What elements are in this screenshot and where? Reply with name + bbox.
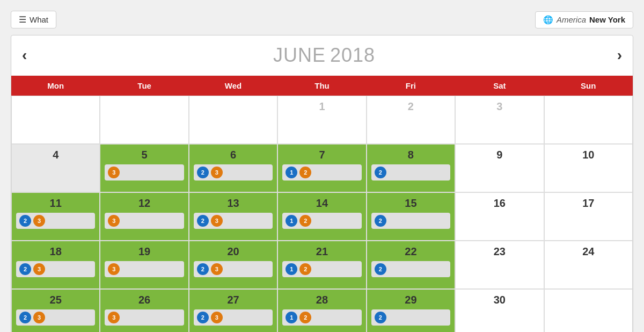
calendar-cell[interactable] bbox=[544, 96, 633, 144]
day-number: 13 bbox=[194, 197, 273, 210]
badge-blue: 2 bbox=[19, 263, 31, 275]
badge-blue: 2 bbox=[197, 215, 209, 227]
badge-row: 2 bbox=[371, 309, 450, 326]
badge-row: 3 bbox=[105, 261, 184, 277]
calendar-cell[interactable]: 30 bbox=[455, 289, 544, 332]
timezone-region: America bbox=[557, 15, 586, 24]
day-header: Wed bbox=[189, 76, 277, 96]
day-number: 18 bbox=[16, 246, 95, 258]
calendar-cell[interactable]: 16 bbox=[455, 192, 544, 241]
calendar-cell[interactable]: 1123 bbox=[11, 192, 100, 241]
badge-blue: 2 bbox=[19, 215, 31, 227]
badge-row: 23 bbox=[16, 213, 95, 229]
calendar-cell[interactable]: 2723 bbox=[189, 289, 277, 332]
day-number: 19 bbox=[105, 246, 184, 258]
calendar-cell[interactable]: 17 bbox=[544, 192, 633, 241]
calendar-cell[interactable]: 2812 bbox=[277, 289, 366, 332]
calendar-cell[interactable]: 1 bbox=[277, 96, 366, 144]
day-number: 24 bbox=[549, 246, 628, 258]
next-month-button[interactable]: › bbox=[617, 48, 622, 63]
what-label: What bbox=[30, 15, 48, 24]
day-number: 3 bbox=[460, 100, 539, 113]
day-number: 7 bbox=[282, 149, 361, 161]
day-number: 16 bbox=[460, 197, 539, 210]
calendar-cell[interactable]: 23 bbox=[455, 241, 544, 289]
calendar-cell[interactable]: 2112 bbox=[277, 241, 366, 289]
calendar-cell[interactable]: 1323 bbox=[189, 192, 277, 241]
badge-row: 12 bbox=[282, 164, 361, 181]
prev-month-button[interactable]: ‹ bbox=[22, 48, 27, 63]
list-icon: ☰ bbox=[19, 15, 26, 25]
badge-orange: 2 bbox=[299, 263, 311, 275]
calendar-cell[interactable]: 10 bbox=[544, 144, 633, 192]
calendar-cell[interactable] bbox=[11, 96, 100, 144]
badge-blue: 1 bbox=[286, 167, 297, 178]
month-title: JUNE2018 bbox=[269, 44, 375, 67]
badge-blue: 2 bbox=[19, 312, 31, 323]
calendar-cell[interactable]: 1412 bbox=[277, 192, 366, 241]
day-number: 20 bbox=[194, 246, 273, 258]
badge-orange: 3 bbox=[108, 312, 120, 323]
day-number: 2 bbox=[371, 100, 450, 113]
calendar-cell[interactable]: 2523 bbox=[11, 289, 100, 332]
calendar-cell[interactable]: 193 bbox=[100, 241, 188, 289]
badge-blue: 2 bbox=[375, 263, 386, 275]
year: 2018 bbox=[330, 44, 375, 66]
day-number: 12 bbox=[105, 197, 184, 210]
calendar-cell[interactable]: 3 bbox=[455, 96, 544, 144]
calendar-cell[interactable]: 24 bbox=[544, 241, 633, 289]
day-number: 14 bbox=[282, 197, 361, 210]
badge-row: 23 bbox=[194, 164, 273, 181]
calendar-cell[interactable]: 152 bbox=[367, 192, 455, 241]
calendar-cell[interactable]: 623 bbox=[189, 144, 277, 192]
badge-orange: 3 bbox=[108, 263, 120, 275]
calendar-cell[interactable]: 82 bbox=[367, 144, 455, 192]
badge-orange: 3 bbox=[211, 312, 223, 323]
badge-row: 2 bbox=[371, 213, 450, 229]
calendar-cell[interactable]: 263 bbox=[100, 289, 188, 332]
calendar-cell[interactable]: 53 bbox=[100, 144, 188, 192]
month-name: JUNE bbox=[273, 44, 326, 66]
day-header: Tue bbox=[100, 76, 188, 96]
top-bar: ☰ What 🌐 America New York bbox=[11, 11, 633, 28]
calendar-cell[interactable]: 2 bbox=[367, 96, 455, 144]
badge-blue: 1 bbox=[286, 263, 297, 275]
badge-orange: 3 bbox=[108, 215, 120, 227]
badge-row: 23 bbox=[194, 213, 273, 229]
day-number: 30 bbox=[460, 294, 539, 306]
day-number: 28 bbox=[282, 294, 361, 306]
badge-orange: 3 bbox=[33, 312, 45, 323]
day-number: 15 bbox=[371, 197, 450, 210]
badge-blue: 2 bbox=[197, 167, 209, 178]
calendar-cell[interactable]: 123 bbox=[100, 192, 188, 241]
badge-row: 2 bbox=[371, 164, 450, 181]
badge-row: 23 bbox=[16, 261, 95, 277]
what-button[interactable]: ☰ What bbox=[11, 11, 56, 28]
calendar-cell[interactable] bbox=[189, 96, 277, 144]
calendar-cell[interactable]: 9 bbox=[455, 144, 544, 192]
day-number: 29 bbox=[371, 294, 450, 306]
calendar-cell[interactable] bbox=[100, 96, 188, 144]
badge-row: 3 bbox=[105, 213, 184, 229]
day-number: 26 bbox=[105, 294, 184, 306]
calendar-cell[interactable]: 222 bbox=[367, 241, 455, 289]
calendar-cell[interactable]: 1823 bbox=[11, 241, 100, 289]
calendar-cell[interactable] bbox=[544, 289, 633, 332]
day-number: 17 bbox=[549, 197, 628, 210]
globe-icon: 🌐 bbox=[543, 15, 553, 25]
badge-orange: 3 bbox=[211, 167, 223, 178]
badge-blue: 1 bbox=[286, 215, 297, 227]
day-number: 27 bbox=[194, 294, 273, 306]
badge-row: 3 bbox=[105, 309, 184, 326]
badge-row: 2 bbox=[371, 261, 450, 277]
day-number: 4 bbox=[16, 149, 95, 161]
calendar-cell[interactable]: 292 bbox=[367, 289, 455, 332]
calendar-cell[interactable]: 4 bbox=[11, 144, 100, 192]
timezone-button[interactable]: 🌐 America New York bbox=[535, 11, 633, 28]
calendar-cell[interactable]: 712 bbox=[277, 144, 366, 192]
badge-blue: 1 bbox=[286, 312, 297, 323]
badge-row: 23 bbox=[16, 309, 95, 326]
day-header: Thu bbox=[277, 76, 366, 96]
calendar-cell[interactable]: 2023 bbox=[189, 241, 277, 289]
badge-orange: 3 bbox=[33, 263, 45, 275]
